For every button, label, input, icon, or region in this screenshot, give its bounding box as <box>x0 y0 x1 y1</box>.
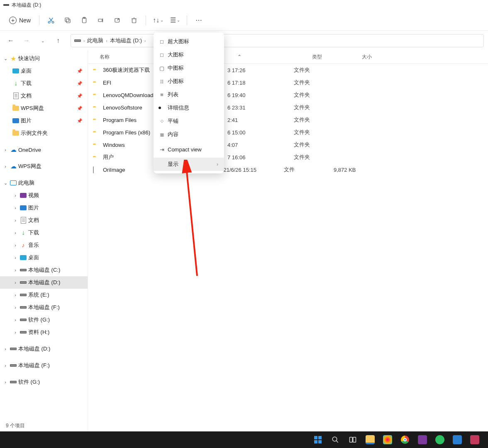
status-text: 9 个项目 <box>6 422 25 429</box>
view-menu: □超大图标□大图标▢中图标⁞⁞小图标≡列表详细信息⁘平铺≣内容⇥Compact … <box>154 32 224 173</box>
wechat-button[interactable] <box>434 434 446 446</box>
view-button[interactable]: ☰⌄ <box>168 13 183 28</box>
sidebar-pictures[interactable]: 图片📌 <box>0 114 88 127</box>
sidebar-this-pc[interactable]: ⌄此电脑 <box>0 177 88 189</box>
document-icon <box>21 217 26 224</box>
sidebar-label: 下载 <box>28 229 39 236</box>
sidebar-downloads[interactable]: ↓下载📌 <box>0 77 88 90</box>
more-button[interactable]: ⋯ <box>191 13 206 28</box>
column-size[interactable]: 大小 <box>362 54 412 61</box>
menu-label: 显示 <box>168 161 178 168</box>
sidebar-drive-g2[interactable]: ›软件 (G:) <box>0 376 88 388</box>
up-button[interactable]: ↑ <box>51 34 65 47</box>
sidebar-desktop2[interactable]: ›桌面 <box>0 251 88 264</box>
menu-label: Compact view <box>168 146 202 153</box>
file-row[interactable]: LenovoSoftstore6 23:31文件夹 <box>88 101 488 114</box>
sidebar-documents2[interactable]: ›文档 <box>0 214 88 226</box>
sidebar-drive-c[interactable]: ›本地磁盘 (C:) <box>0 264 88 276</box>
chevron-right-icon: › <box>2 363 8 368</box>
app-button[interactable] <box>417 434 428 446</box>
breadcrumb-drive[interactable]: 本地磁盘 (D:) <box>110 37 142 44</box>
file-row[interactable]: Program Files (x86)6 15:00文件夹 <box>88 126 488 139</box>
menu-item-view-4[interactable]: ≡列表 <box>154 88 224 101</box>
menu-item-display-submenu[interactable]: 显示› <box>154 158 224 171</box>
sort-button[interactable]: ↑↓⌄ <box>150 13 166 28</box>
file-type: 文件夹 <box>294 116 344 124</box>
app-button[interactable] <box>469 434 481 446</box>
paste-button[interactable] <box>77 13 92 28</box>
file-type: 文件夹 <box>294 141 344 149</box>
file-row[interactable]: 360极速浏览器下载3 17:26文件夹 <box>88 64 488 76</box>
menu-item-view-1[interactable]: □大图标 <box>154 48 224 61</box>
menu-item-view-3[interactable]: ⁞⁞小图标 <box>154 75 224 88</box>
sidebar-drive-f2[interactable]: ›本地磁盘 (F:) <box>0 359 88 372</box>
share-button[interactable] <box>110 13 125 28</box>
sidebar-videos[interactable]: ›视频 <box>0 189 88 202</box>
drive-icon <box>20 306 27 309</box>
sidebar-pictures2[interactable]: ›图片 <box>0 202 88 214</box>
menu-label: 小图标 <box>168 78 184 85</box>
sidebar-downloads2[interactable]: ›↓下载 <box>0 226 88 239</box>
view-option-icon: ≣ <box>159 131 165 138</box>
recent-button[interactable]: ⌄ <box>36 34 49 47</box>
separator <box>39 15 39 25</box>
menu-item-view-7[interactable]: ≣内容 <box>154 128 224 141</box>
pc-icon <box>10 180 17 185</box>
back-button[interactable]: ← <box>4 34 17 47</box>
app-button[interactable] <box>382 434 393 446</box>
sidebar-wpsdrive[interactable]: ›☁WPS网盘 <box>0 160 88 173</box>
content-area: 名称 ⌃ 修改日期 类型 大小 360极速浏览器下载3 17:26文件夹EFI6… <box>88 51 488 431</box>
chevron-right-icon: › <box>106 39 107 43</box>
separator <box>187 15 187 25</box>
file-row[interactable]: OriImage2021/6/26 15:15文件9,872 KB <box>88 163 488 176</box>
file-row[interactable]: EFI6 17:18文件夹 <box>88 76 488 89</box>
sidebar-wps[interactable]: WPS网盘📌 <box>0 102 88 114</box>
menu-item-view-5[interactable]: 详细信息 <box>154 101 224 114</box>
file-row[interactable]: LenovoQMDownload6 19:40文件夹 <box>88 89 488 101</box>
menu-item-view-8[interactable]: ⇥Compact view <box>154 143 224 156</box>
column-date[interactable]: 修改日期 <box>246 54 312 61</box>
task-view-button[interactable] <box>347 434 359 446</box>
menu-item-view-6[interactable]: ⁘平铺 <box>154 114 224 128</box>
file-row[interactable]: 用户7 16:06文件夹 <box>88 151 488 163</box>
rename-button[interactable] <box>93 13 108 28</box>
sidebar-drive-h[interactable]: ›资料 (H:) <box>0 326 88 338</box>
sidebar-onedrive[interactable]: ›☁OneDrive <box>0 144 88 156</box>
address-bar[interactable]: › 此电脑 › 本地磁盘 (D:) › <box>71 34 484 47</box>
file-explorer-button[interactable] <box>364 434 376 446</box>
start-button[interactable] <box>312 434 324 446</box>
forward-button[interactable]: → <box>20 34 33 47</box>
menu-item-view-0[interactable]: □超大图标 <box>154 35 224 48</box>
file-row[interactable]: Windows4:07文件夹 <box>88 139 488 151</box>
sidebar-sample[interactable]: 示例文件夹 <box>0 127 88 139</box>
breadcrumb-pc[interactable]: 此电脑 <box>87 37 103 44</box>
sidebar-drive-e[interactable]: ›系统 (E:) <box>0 289 88 301</box>
cloud-icon: ☁ <box>10 163 17 170</box>
sort-icon: ↑↓ <box>153 17 159 24</box>
file-list: 360极速浏览器下载3 17:26文件夹EFI6 17:18文件夹LenovoQ… <box>88 64 488 176</box>
column-type[interactable]: 类型 <box>312 54 362 61</box>
sidebar-music[interactable]: ›♪音乐 <box>0 239 88 251</box>
delete-button[interactable] <box>127 13 142 28</box>
search-button[interactable] <box>329 434 341 446</box>
chevron-down-icon: ⌄ <box>2 56 8 61</box>
sidebar-documents[interactable]: 文档📌 <box>0 90 88 102</box>
sidebar-drive-d[interactable]: ›本地磁盘 (D:) <box>0 276 88 289</box>
copy-button[interactable] <box>60 13 75 28</box>
file-row[interactable]: Program Files2:41文件夹 <box>88 114 488 126</box>
sidebar-drive-f[interactable]: ›本地磁盘 (F:) <box>0 301 88 314</box>
sidebar-drive-g[interactable]: ›软件 (G:) <box>0 314 88 326</box>
sidebar-drive-d2[interactable]: ›本地磁盘 (D:) <box>0 343 88 355</box>
new-button[interactable]: + New <box>5 13 35 28</box>
view-option-icon: ⇥ <box>159 146 165 153</box>
file-type: 文件夹 <box>294 129 344 136</box>
menu-item-view-2[interactable]: ▢中图标 <box>154 61 224 75</box>
sidebar-quick-access[interactable]: ⌄★快速访问 <box>0 52 88 65</box>
sidebar-label: 软件 (G:) <box>18 378 40 386</box>
cut-button[interactable] <box>44 13 59 28</box>
window-title: 本地磁盘 (D:) <box>12 2 41 9</box>
file-type: 文件夹 <box>294 104 344 111</box>
chrome-button[interactable] <box>399 434 411 446</box>
app-button[interactable] <box>451 434 463 446</box>
sidebar-desktop[interactable]: 桌面📌 <box>0 65 88 77</box>
